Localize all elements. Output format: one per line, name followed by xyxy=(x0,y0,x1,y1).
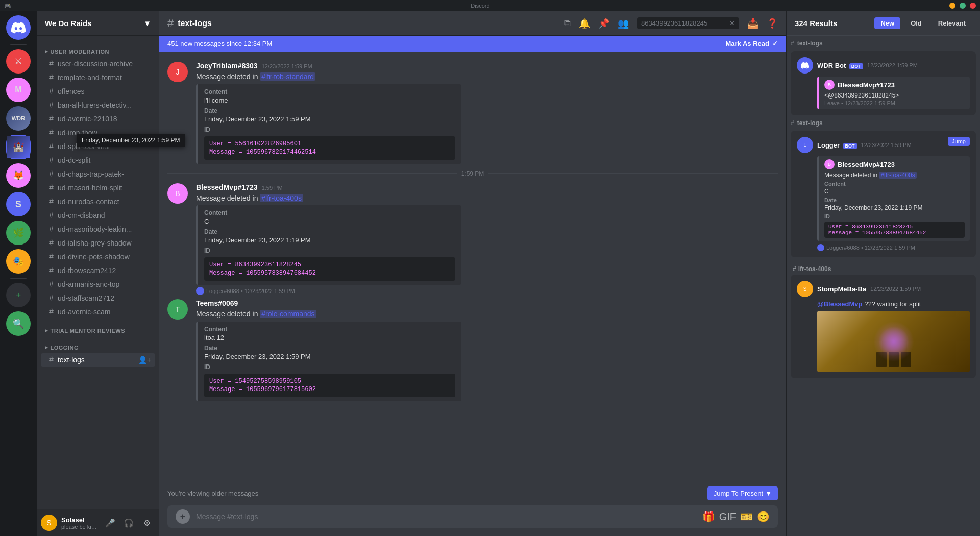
sticker-icon[interactable]: 🎫 xyxy=(740,510,753,523)
channel-ud-armanis-anc-top[interactable]: # ud-armanis-anc-top xyxy=(41,278,155,291)
inbox-icon[interactable]: 📥 xyxy=(747,18,758,29)
avatar: L xyxy=(797,137,813,153)
channel-ud-masoribody-leakin[interactable]: # ud-masoribody-leakin... xyxy=(41,223,155,236)
help-icon[interactable]: ❓ xyxy=(767,18,778,29)
embed-date-value: Friday, December 23, 2022 1:19 PM xyxy=(204,236,455,244)
members-icon[interactable]: 👥 xyxy=(618,18,629,29)
server-icon-s[interactable]: S xyxy=(6,192,31,216)
category-user-moderation[interactable]: ▸ USER MODERATION xyxy=(37,40,159,57)
server-icon-wdr[interactable]: WDR xyxy=(6,106,31,131)
gif-icon[interactable]: GIF xyxy=(719,511,736,523)
channel-ud-divine-pots-shadow[interactable]: # ud-divine-pots-shadow xyxy=(41,250,155,263)
close-btn[interactable]: ✕ xyxy=(970,3,976,9)
msg-inline: T Teems#0069 Message deleted in #role-co… xyxy=(167,299,778,401)
input-actions: 🎁 GIF 🎫 😊 xyxy=(702,510,770,523)
embed-code-message: Message = 1055957838947684452 xyxy=(828,230,961,236)
channel-ud-masori-helm-split[interactable]: # ud-masori-helm-split xyxy=(41,181,155,194)
server-icon-2[interactable]: M xyxy=(6,78,31,102)
sr-embed: B BlessedMvp#1723 <@863439923611828245> … xyxy=(817,77,970,109)
threads-icon[interactable]: ⧉ xyxy=(564,18,571,29)
server-explore-btn[interactable]: 🔍 xyxy=(6,311,31,336)
filter-new-btn[interactable]: New xyxy=(874,17,900,29)
embed-code-user: User = 556161022826905601 xyxy=(209,140,450,148)
channel-text-logs[interactable]: # text-logs 👤+ xyxy=(41,353,155,367)
jump-to-present-btn[interactable]: Jump To Present ▼ xyxy=(707,486,778,500)
microphone-btn[interactable]: 🎤 xyxy=(102,515,118,531)
channel-ud-avernic-221018[interactable]: # ud-avernic-221018 xyxy=(41,112,155,126)
channel-link[interactable]: #lfr-tob-standard xyxy=(260,72,315,81)
pin-icon[interactable]: 📌 xyxy=(598,18,609,29)
server-icon-1[interactable]: ⚔ xyxy=(6,49,31,74)
message-input-bar: + Message #text-logs 🎁 GIF 🎫 😊 xyxy=(159,505,786,536)
headphone-btn[interactable]: 🎧 xyxy=(120,515,137,531)
sr-deleted-in: Message deleted in #lfr-toa-400s xyxy=(824,172,965,179)
channel-link[interactable]: #role-commands xyxy=(260,310,316,318)
emoji-icon[interactable]: 😊 xyxy=(757,510,770,523)
server-add-btn[interactable]: + xyxy=(6,283,31,307)
server-icon-pink[interactable]: 🦊 xyxy=(6,163,31,188)
channel-link[interactable]: #lfr-toa-400s xyxy=(260,194,303,202)
channel-ud-iron-tbow[interactable]: # ud-iron-tbow xyxy=(41,126,155,139)
channel-name: template-and-format xyxy=(58,74,122,82)
category-logging[interactable]: ▸ LOGGING xyxy=(37,336,159,353)
chevron-right-icon: ▸ xyxy=(45,48,48,55)
avatar: B xyxy=(167,183,188,204)
channel-ud-chaps-trap-patek[interactable]: # ud-chaps-trap-patek- xyxy=(41,167,155,181)
search-clear-icon[interactable]: ✕ xyxy=(729,19,735,27)
minimize-btn[interactable]: — xyxy=(949,3,955,9)
sr-embed-code: User = 863439923611828245 Message = 1055… xyxy=(824,222,965,238)
channel-link[interactable]: #lfr-toa-400s xyxy=(879,172,916,179)
channel-ud-staffscam2712[interactable]: # ud-staffscam2712 xyxy=(41,291,155,305)
channel-ud-dc-split[interactable]: # ud-dc-split xyxy=(41,154,155,167)
embed-code-user: User = 863439923611828245 xyxy=(828,224,961,230)
search-results-count: 324 Results xyxy=(795,19,870,28)
channel-name: offences xyxy=(58,87,85,95)
sr-body: B BlessedMvp#1723 Message deleted in #lf… xyxy=(797,156,970,251)
mark-as-read-btn[interactable]: Mark As Read ✓ xyxy=(726,40,778,47)
server-icon-active[interactable]: 🏰 xyxy=(6,135,31,159)
channel-ud-cm-disband[interactable]: # ud-cm-disband xyxy=(41,209,155,222)
settings-btn[interactable]: ⚙ xyxy=(139,515,155,531)
bot-badge: BOT xyxy=(843,143,857,149)
embed-code-user: User = 863439923611828245 xyxy=(209,261,450,269)
channel-user-discussion-archive[interactable]: # user-discussion-archive xyxy=(41,57,155,70)
input-placeholder[interactable]: Message #text-logs xyxy=(196,513,696,521)
server-list: ⚔ M WDR 🏰 🦊 S 🌿 🎭 + 🔍 xyxy=(0,11,37,536)
channel-template-and-format[interactable]: # template-and-format xyxy=(41,71,155,84)
avatar: T xyxy=(167,299,188,320)
msg-deleted: Message deleted in #lfr-toa-400s xyxy=(196,193,778,204)
channel-ud-split-tobi-vitur[interactable]: # ud-split-tobi-vitur xyxy=(41,140,155,153)
channel-ban-all-lurers[interactable]: # ban-all-lurers-detectiv... xyxy=(41,99,155,112)
embed-date-value: Friday, December 23, 2022 1:19 PM xyxy=(824,204,965,211)
new-messages-bar[interactable]: 451 new messages since 12:34 PM Mark As … xyxy=(159,36,786,52)
channel-ud-ialisha-grey-shadow[interactable]: # ud-ialisha-grey-shadow xyxy=(41,236,155,250)
sr-body: @BlessedMvp ??? waiting for split xyxy=(797,300,970,372)
sidebar-header[interactable]: We Do Raids ▼ xyxy=(37,11,159,36)
server-icon-discord[interactable] xyxy=(6,15,31,40)
channel-ud-avernic-scam[interactable]: # ud-avernic-scam xyxy=(41,305,155,319)
notification-icon[interactable]: 🔔 xyxy=(579,18,590,29)
server-divider xyxy=(10,44,27,45)
jump-to-present-label: Jump To Present xyxy=(714,490,763,497)
gift-icon[interactable]: 🎁 xyxy=(702,510,715,523)
server-icon-green[interactable]: 🌿 xyxy=(6,221,31,245)
filter-relevant-btn[interactable]: Relevant xyxy=(932,17,972,29)
sr-author-info: WDR Bot BOT xyxy=(817,61,863,70)
hash-icon: # xyxy=(49,183,54,192)
input-add-btn[interactable]: + xyxy=(176,509,190,524)
channel-offences[interactable]: # offences xyxy=(41,85,155,98)
jump-btn[interactable]: Jump xyxy=(948,137,970,146)
server-icon-orange[interactable]: 🎭 xyxy=(6,249,31,274)
channel-ud-nurodas-contact[interactable]: # ud-nurodas-contact xyxy=(41,195,155,208)
filter-old-btn[interactable]: Old xyxy=(904,17,928,29)
channel-ud-tbowscam2412[interactable]: # ud-tbowscam2412 xyxy=(41,264,155,277)
sr-embed-author: BlessedMvp#1723 xyxy=(838,81,895,89)
channel-hash-icon: # xyxy=(167,17,174,30)
sr-time: 12/23/2022 1:59 PM xyxy=(861,142,912,148)
category-trial-mentor-reviews[interactable]: ▸ TRIAL MENTOR REVIEWS xyxy=(37,319,159,336)
list-item: S StompMeBa-Ba 12/23/2022 1:59 PM @Bless… xyxy=(791,275,976,378)
msg-content-wrap: JoeyTriblam#8303 12/23/2022 1:59 PM Mess… xyxy=(196,62,778,164)
add-member-icon[interactable]: 👤+ xyxy=(138,356,151,364)
search-box[interactable]: 863439923611828245 ✕ xyxy=(637,17,739,29)
maximize-btn[interactable]: □ xyxy=(960,3,966,9)
